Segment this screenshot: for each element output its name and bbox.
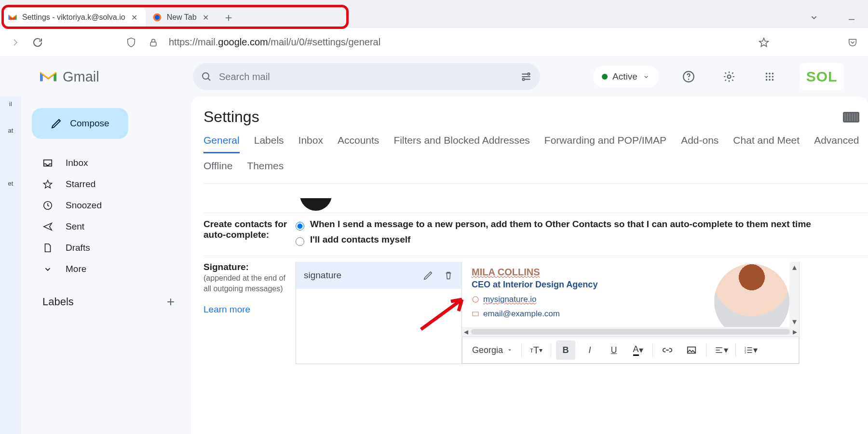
vertical-scrollbar[interactable]: ▴▾ (789, 262, 799, 327)
tab-offline[interactable]: Offline (203, 160, 232, 177)
status-pill[interactable]: Active (593, 66, 659, 88)
separator (706, 343, 706, 357)
close-icon[interactable]: ✕ (130, 13, 139, 22)
svg-point-3 (203, 73, 209, 79)
reload-icon[interactable] (31, 36, 44, 49)
tab-labels[interactable]: Labels (254, 135, 284, 153)
separator (735, 343, 736, 357)
bookmark-star-icon[interactable] (757, 36, 771, 49)
org-badge[interactable]: SOL (800, 63, 844, 90)
shield-icon[interactable] (124, 36, 138, 49)
trash-icon[interactable] (443, 270, 454, 281)
pocket-icon[interactable] (846, 36, 859, 49)
rail-spaces[interactable] (10, 153, 12, 161)
tab-forwarding[interactable]: Forwarding and POP/IMAP (544, 135, 666, 153)
lock-icon[interactable] (147, 36, 160, 49)
tab-inbox[interactable]: Inbox (298, 135, 323, 153)
left-rail: il at et (0, 96, 21, 434)
align-button[interactable]: ▾ (711, 340, 731, 360)
edit-icon[interactable] (423, 270, 434, 281)
svg-point-14 (772, 76, 773, 78)
signature-editor: MILA COLLINS CEO at Interior Design Agen… (462, 262, 800, 364)
inbox-icon (42, 158, 53, 168)
forward-icon[interactable] (9, 36, 22, 49)
bold-button[interactable]: B (556, 340, 575, 360)
gear-icon[interactable] (719, 66, 740, 87)
caret-down-icon (507, 347, 513, 353)
apps-grid-icon[interactable] (759, 66, 780, 87)
underline-button[interactable]: U (604, 340, 624, 360)
browser-tab-strip: Settings - viktoriya.k@solva.io ✕ New Ta… (0, 0, 868, 28)
tab-advanced[interactable]: Advanced (814, 135, 859, 153)
sidebar-item-sent[interactable]: Sent (32, 216, 185, 237)
keyboard-icon[interactable] (843, 112, 859, 122)
chevron-down-icon[interactable] (807, 11, 821, 24)
file-icon (42, 243, 53, 253)
url-display[interactable]: https://mail.google.com/mail/u/0/#settin… (169, 37, 380, 48)
gmail-header: Gmail Active SOL (0, 57, 868, 96)
search-input[interactable] (219, 71, 513, 82)
sidebar-item-more[interactable]: More (32, 258, 185, 280)
italic-button[interactable]: I (580, 340, 599, 360)
separator (551, 343, 551, 357)
tab-general[interactable]: General (203, 135, 240, 153)
rail-meet[interactable]: et (8, 180, 14, 187)
signature-list-item[interactable]: signature (296, 262, 461, 289)
numbered-list-button[interactable]: 123▾ (741, 340, 760, 360)
sidebar-item-inbox[interactable]: Inbox (32, 152, 185, 174)
svg-point-5 (522, 78, 524, 80)
svg-point-15 (766, 79, 768, 81)
font-family-select[interactable]: Georgia (468, 345, 516, 355)
globe-icon (472, 296, 479, 303)
search-options-icon[interactable] (520, 70, 532, 83)
text-color-button[interactable]: A▾ (628, 340, 648, 360)
tab-filters[interactable]: Filters and Blocked Addresses (393, 135, 529, 153)
sidebar-item-starred[interactable]: Starred (32, 174, 185, 195)
radio-auto-add-contacts[interactable]: When I send a message to a new person, a… (296, 219, 868, 231)
radio-add-contacts-myself[interactable]: I'll add contacts myself (296, 234, 868, 246)
learn-more-link[interactable]: Learn more (203, 304, 250, 314)
svg-point-4 (528, 73, 529, 75)
add-label-button[interactable]: + (167, 294, 175, 310)
chevron-down-icon (42, 264, 53, 274)
compose-label: Compose (70, 118, 109, 129)
signature-avatar (714, 264, 789, 327)
row-label: Signature: (appended at the end of all o… (203, 262, 288, 364)
minimize-icon[interactable] (845, 11, 858, 24)
svg-point-10 (769, 73, 771, 75)
insert-image-button[interactable] (682, 340, 701, 360)
signature-preview[interactable]: MILA COLLINS CEO at Interior Design Agen… (462, 262, 799, 327)
radio-input[interactable] (296, 222, 304, 231)
rail-chat[interactable]: at (8, 127, 14, 134)
compose-button[interactable]: Compose (32, 108, 128, 139)
font-size-button[interactable]: тT▾ (527, 340, 546, 360)
support-icon[interactable] (678, 66, 699, 87)
svg-point-17 (772, 79, 773, 81)
search-bar[interactable] (193, 63, 540, 90)
insert-link-button[interactable] (658, 340, 677, 360)
chevron-down-icon (642, 73, 650, 81)
pencil-icon (51, 118, 62, 129)
browser-tab-label: New Tab (167, 13, 197, 22)
tab-addons[interactable]: Add-ons (681, 135, 719, 153)
rail-mail[interactable]: il (9, 100, 12, 108)
tab-themes[interactable]: Themes (247, 160, 284, 177)
tab-accounts[interactable]: Accounts (338, 135, 379, 153)
gmail-logo[interactable]: Gmail (39, 69, 174, 85)
svg-point-7 (688, 79, 689, 80)
sidebar-item-snoozed[interactable]: Snoozed (32, 195, 185, 216)
svg-rect-20 (473, 312, 478, 316)
browser-tab-new[interactable]: New Tab ✕ (146, 7, 217, 28)
tab-chat[interactable]: Chat and Meet (733, 135, 800, 153)
firefox-favicon-icon (152, 13, 162, 22)
close-icon[interactable]: ✕ (202, 13, 210, 22)
row-label: Create contacts for auto-complete: (203, 219, 288, 250)
svg-point-13 (769, 76, 771, 78)
gmail-logo-icon (39, 69, 58, 84)
horizontal-scrollbar[interactable]: ◂▸ (462, 327, 799, 337)
signature-list: signature (296, 262, 462, 364)
sidebar-item-drafts[interactable]: Drafts (32, 237, 185, 258)
new-tab-button[interactable]: ＋ (220, 9, 237, 26)
browser-tab-gmail[interactable]: Settings - viktoriya.k@solva.io ✕ (1, 7, 146, 28)
radio-input[interactable] (296, 237, 304, 246)
